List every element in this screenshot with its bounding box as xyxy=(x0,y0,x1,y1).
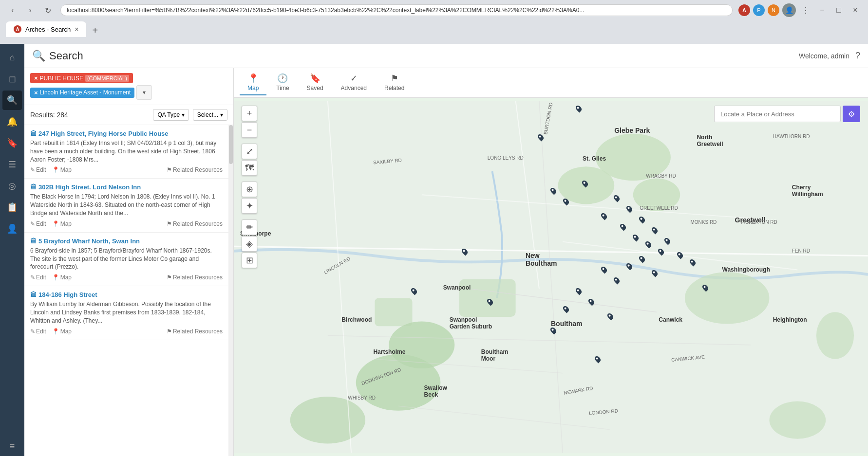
extension-icon-2[interactable]: P xyxy=(753,4,765,16)
sidebar-item-bookmarks[interactable]: 🔖 xyxy=(2,133,22,153)
minimize-button[interactable]: − xyxy=(815,3,829,17)
advanced-tab-label: Advanced xyxy=(341,85,367,91)
tab-advanced[interactable]: ✓ Advanced xyxy=(333,70,375,95)
filter-label-monument: Lincoln Heritage Asset - Monument xyxy=(40,89,131,96)
sidebar-item-notifications[interactable]: 🔔 xyxy=(2,112,22,131)
zoom-in-button[interactable]: + xyxy=(242,106,257,121)
svg-point-10 xyxy=(769,401,826,439)
result-name-2: 302B High Street. Lord Nelson Inn xyxy=(38,183,141,191)
extension-icon-1[interactable]: A xyxy=(738,4,750,16)
sidebar-item-menu[interactable]: ≡ xyxy=(2,437,22,456)
user-avatar[interactable]: 👤 xyxy=(782,3,796,17)
page-title: Search xyxy=(49,50,799,62)
filter-tag-public-house[interactable]: × PUBLIC HOUSE (COMMERCIAL) xyxy=(30,73,133,83)
results-header: Results: 284 QA Type ▾ Select... ▾ xyxy=(24,105,233,125)
sidebar-item-map[interactable]: ◎ xyxy=(2,176,22,196)
scrollbar-thumb[interactable] xyxy=(229,125,233,164)
zoom-extent-button[interactable]: ⊞ xyxy=(242,253,257,268)
result-item: 🏛 247 High Street, Flying Horse Public H… xyxy=(24,125,228,179)
road-label-wragby: WRAGBY RD xyxy=(646,173,676,179)
place-label-swallow-beck: SwallowBeck xyxy=(424,384,447,398)
filter-remove-public-house[interactable]: × xyxy=(34,74,38,82)
result-related-1[interactable]: ⚑ Related Resources xyxy=(167,166,223,173)
tab-time[interactable]: 🕐 Time xyxy=(268,70,297,95)
help-button[interactable]: ? xyxy=(855,51,860,61)
result-desc-3: 6 Brayford-side in 1857; 5 Brayford/Bray… xyxy=(30,247,223,271)
filter-remove-monument[interactable]: × xyxy=(34,89,38,96)
result-map-3[interactable]: 📍 Map xyxy=(52,274,72,281)
layers-button[interactable]: 🗺 xyxy=(242,160,257,176)
place-label-swanpool-garden: SwanpoolGarden Suburb xyxy=(450,316,492,330)
qa-type-button[interactable]: QA Type ▾ xyxy=(153,109,189,121)
result-edit-2[interactable]: ✎ Edit xyxy=(30,220,46,227)
result-edit-3[interactable]: ✎ Edit xyxy=(30,274,46,281)
sidebar-item-list[interactable]: ☰ xyxy=(2,155,22,174)
result-title-2[interactable]: 🏛 302B High Street. Lord Nelson Inn xyxy=(30,183,223,191)
new-tab-button[interactable]: + xyxy=(88,24,102,37)
result-related-3[interactable]: ⚑ Related Resources xyxy=(167,274,223,281)
map-container[interactable]: Glebe Park St. Giles NorthGreetwell Cher… xyxy=(234,98,868,456)
edit-icon-4: ✎ xyxy=(30,328,35,335)
result-item: 🏛 184-186 High Street By William Lumby f… xyxy=(24,286,228,340)
tab-saved[interactable]: 🔖 Saved xyxy=(299,70,331,95)
result-name-4: 184-186 High Street xyxy=(38,291,97,298)
result-icon-4: 🏛 xyxy=(30,291,37,298)
result-name-1: 247 High Street, Flying Horse Public Hou… xyxy=(38,130,169,137)
place-label-north-greetwell: NorthGreetwell xyxy=(697,134,723,147)
result-name-3: 5 Brayford Wharf North, Swan Inn xyxy=(38,237,140,245)
fullscreen-button[interactable]: ⤢ xyxy=(242,144,257,159)
zoom-out-button[interactable]: − xyxy=(242,122,257,138)
sidebar-item-users[interactable]: 👤 xyxy=(2,219,22,238)
filter-map-button[interactable]: ◈ xyxy=(242,236,257,252)
select-button[interactable]: Select... ▾ xyxy=(193,109,227,121)
result-title-4[interactable]: 🏛 184-186 High Street xyxy=(30,291,223,298)
sidebar-item-home[interactable]: ⌂ xyxy=(2,48,22,67)
forward-button[interactable]: › xyxy=(23,3,37,17)
sidebar-item-reports[interactable]: 📋 xyxy=(2,198,22,217)
filter-label-public-house: PUBLIC HOUSE xyxy=(40,75,83,82)
tab-close-button[interactable]: × xyxy=(75,25,78,33)
results-list: 🏛 247 High Street, Flying Horse Public H… xyxy=(24,125,228,456)
result-related-2[interactable]: ⚑ Related Resources xyxy=(167,220,223,227)
active-tab[interactable]: A Arches - Search × xyxy=(6,21,86,37)
related-icon-4: ⚑ xyxy=(167,328,172,335)
tab-related[interactable]: ⚑ Related xyxy=(377,70,412,95)
refresh-button[interactable]: ↻ xyxy=(41,3,55,17)
locate-input[interactable] xyxy=(714,106,841,122)
result-icon-2: 🏛 xyxy=(30,183,37,191)
result-related-4[interactable]: ⚑ Related Resources xyxy=(167,328,223,335)
sidebar-item-search[interactable]: 🔍 xyxy=(2,91,22,110)
result-title-3[interactable]: 🏛 5 Brayford Wharf North, Swan Inn xyxy=(30,237,223,245)
filter-dropdown-arrow[interactable]: ▾ xyxy=(136,85,152,100)
bookmark-map-button[interactable]: ✦ xyxy=(242,198,257,214)
scrollbar-track[interactable] xyxy=(228,125,233,456)
result-actions-4: ✎ Edit 📍 Map ⚑ Related Resources xyxy=(30,328,223,335)
back-button[interactable]: ‹ xyxy=(6,3,19,17)
close-window-button[interactable]: × xyxy=(849,3,862,17)
welcome-message: Welcome, admin xyxy=(799,52,849,60)
place-label-canwick: Canwick xyxy=(659,316,682,323)
locate-input-area: ⚙ xyxy=(714,106,860,122)
svg-point-6 xyxy=(685,272,770,324)
extension-icon-3[interactable]: N xyxy=(768,4,779,16)
result-map-1[interactable]: 📍 Map xyxy=(52,166,72,173)
result-edit-4[interactable]: ✎ Edit xyxy=(30,328,46,335)
map-icon-4: 📍 xyxy=(52,328,59,335)
draw-button[interactable]: ✏ xyxy=(242,219,257,235)
geolocate-button[interactable]: ⊕ xyxy=(242,182,257,197)
locate-settings-button[interactable]: ⚙ xyxy=(843,106,860,122)
sidebar-item-dashboard[interactable]: ◻ xyxy=(2,69,22,89)
browser-menu-button[interactable]: ⋮ xyxy=(799,3,812,17)
tab-map[interactable]: 📍 Map xyxy=(240,70,266,95)
tab-favicon: A xyxy=(14,25,21,33)
result-map-4[interactable]: 📍 Map xyxy=(52,328,72,335)
filter-area: × PUBLIC HOUSE (COMMERCIAL) × Lincoln He… xyxy=(24,68,233,105)
road-label-fiskerton: FISKERTON RD xyxy=(741,219,777,225)
maximize-button[interactable]: □ xyxy=(832,3,846,17)
result-map-2[interactable]: 📍 Map xyxy=(52,220,72,227)
address-bar[interactable]: localhost:8000/search?termFilter=%5B%7B%… xyxy=(60,4,733,16)
result-title-1[interactable]: 🏛 247 High Street, Flying Horse Public H… xyxy=(30,130,223,137)
filter-tag-monument[interactable]: × Lincoln Heritage Asset - Monument xyxy=(30,88,134,98)
place-label-glebe-park: Glebe Park xyxy=(614,127,650,134)
result-edit-1[interactable]: ✎ Edit xyxy=(30,166,46,173)
